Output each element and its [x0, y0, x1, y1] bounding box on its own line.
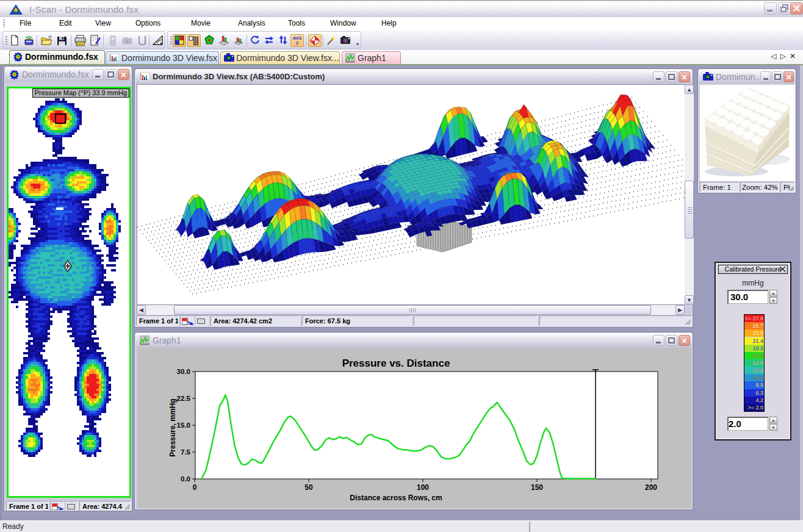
svg-text:0.0: 0.0 [181, 475, 190, 483]
svg-text:150: 150 [531, 483, 543, 492]
svg-text:100: 100 [417, 483, 429, 492]
svg-text:Pressure vs. Distance: Pressure vs. Distance [342, 358, 450, 369]
svg-text:50: 50 [304, 483, 313, 492]
svg-text:Distance across Rows, cm: Distance across Rows, cm [350, 494, 442, 502]
svg-text:200: 200 [645, 483, 657, 492]
svg-text:0: 0 [193, 483, 197, 492]
svg-text:Pressure, mmHg: Pressure, mmHg [168, 398, 177, 456]
svg-text:30.0: 30.0 [177, 368, 190, 375]
svg-text:22.5: 22.5 [177, 395, 191, 402]
svg-text:7.5: 7.5 [181, 448, 191, 456]
svg-text:15.0: 15.0 [177, 422, 190, 429]
